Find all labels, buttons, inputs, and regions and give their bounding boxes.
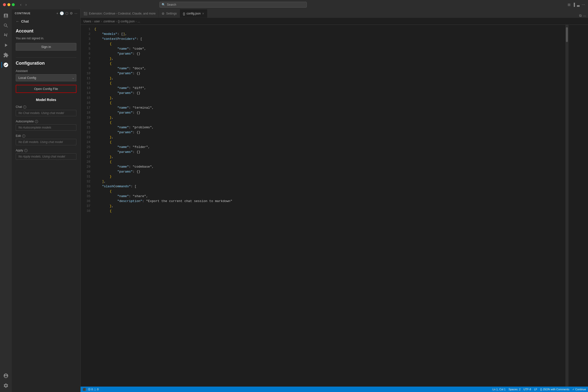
add-icon[interactable]: + (56, 11, 58, 15)
more-icon[interactable]: ⋯ (582, 3, 585, 7)
breadcrumb-config[interactable]: {} config.json (118, 20, 135, 23)
breadcrumb-sep-3: › (116, 20, 117, 23)
tab-bar-actions: ⧉ ··· (577, 14, 588, 18)
line-number: 16 (81, 100, 90, 106)
code-line: { (94, 81, 566, 86)
sign-in-button[interactable]: Sign in (16, 43, 76, 51)
apply-info-icon[interactable]: i (24, 149, 27, 152)
code-content[interactable]: { "models": [], "contextProviders": [ { … (92, 25, 566, 386)
edit-info-icon[interactable]: i (22, 134, 25, 138)
chat-input[interactable] (16, 110, 76, 116)
sidebar-toggle-icon[interactable]: ▐ (573, 3, 575, 7)
scrollbar-thumb[interactable] (566, 27, 568, 42)
edit-label: Edit (16, 134, 21, 138)
search-bar[interactable]: 🔍 Search (159, 2, 307, 8)
status-line-ending[interactable]: LF (534, 388, 537, 391)
status-errors[interactable]: ⓪ 0 △ 0 (88, 388, 98, 391)
line-number: 24 (81, 140, 90, 145)
layout-icon[interactable]: ⊞ (568, 3, 571, 7)
activity-explorer[interactable] (1, 11, 10, 20)
line-number: 11 (81, 76, 90, 81)
autocomplete-input[interactable] (16, 124, 76, 131)
assistant-select[interactable]: Local Config (16, 74, 76, 81)
activity-settings[interactable] (1, 381, 10, 390)
sidebar-content: ← Chat Account You are not signed in. Si… (12, 17, 80, 392)
line-number: 31 (81, 174, 90, 179)
edit-input[interactable] (16, 139, 76, 145)
line-number: 37 (81, 204, 90, 209)
line-number: 29 (81, 164, 90, 169)
apply-label-row: Apply i (16, 149, 76, 152)
status-position[interactable]: Ln 1, Col 1 (492, 388, 506, 391)
close-button[interactable] (3, 3, 6, 6)
main-layout: CONTINUE + 🕐 ⬡ ⚙ ··· ← Chat Account You … (0, 9, 588, 392)
code-line: "contextProviders": [ (94, 36, 566, 42)
tab-extension[interactable]: ⬛ Extension: Continue - Codestral, Claud… (81, 9, 159, 18)
code-line: }, (94, 76, 566, 81)
breadcrumb-users[interactable]: Users (83, 20, 91, 23)
open-external-icon[interactable]: ⬡ (65, 11, 68, 15)
line-number: 14 (81, 91, 90, 96)
code-editor[interactable]: 1234567891011121314151617181920212223242… (81, 25, 588, 386)
activity-continue[interactable] (1, 60, 10, 69)
code-line: { (94, 100, 566, 106)
breadcrumb-user[interactable]: user (94, 20, 100, 23)
split-editor-icon[interactable]: ⧉ (579, 14, 582, 18)
apply-input[interactable] (16, 153, 76, 160)
activity-source-control[interactable] (1, 31, 10, 40)
line-number: 26 (81, 150, 90, 154)
activity-account[interactable] (1, 371, 10, 380)
code-line: "name": "share", (94, 194, 566, 199)
line-number: 9 (81, 66, 90, 71)
more-options-icon[interactable]: ··· (74, 11, 77, 15)
tab-bar: ⬛ Extension: Continue - Codestral, Claud… (81, 9, 588, 18)
more-tab-actions-icon[interactable]: ··· (583, 14, 586, 18)
line-number: 32 (81, 179, 90, 184)
tab-config-icon: {} (183, 12, 185, 16)
breadcrumb-continue[interactable]: .continue (103, 20, 115, 23)
line-number: 30 (81, 169, 90, 174)
history-icon[interactable]: 🕐 (60, 11, 64, 15)
status-language[interactable]: {} JSON with Comments (540, 388, 569, 391)
activity-extensions[interactable] (1, 51, 10, 60)
status-continue-icon[interactable]: ⬛ (82, 388, 86, 391)
forward-nav-button[interactable]: › (24, 2, 28, 7)
open-config-file-button[interactable]: Open Config File (16, 85, 76, 93)
chat-info-icon[interactable]: i (23, 106, 26, 109)
back-nav-button[interactable]: ‹ (19, 2, 23, 7)
gear-icon[interactable]: ⚙ (70, 11, 73, 15)
minimize-button[interactable] (7, 3, 10, 6)
account-title: Account (16, 28, 76, 34)
tab-settings[interactable]: ⚙ Settings (159, 9, 180, 18)
code-line: "params": {} (94, 71, 566, 76)
line-number: 27 (81, 154, 90, 160)
status-continue[interactable]: ✓ Continue (572, 388, 586, 391)
code-line: "name": "code", (94, 46, 566, 51)
line-number: 21 (81, 125, 90, 130)
breadcrumb: Users › user › .continue › {} config.jso… (81, 18, 588, 25)
code-line: { (94, 189, 566, 194)
status-encoding[interactable]: UTF-8 (523, 388, 531, 391)
search-icon: 🔍 (162, 3, 165, 6)
activity-run[interactable] (1, 41, 10, 50)
autocomplete-info-icon[interactable]: i (35, 120, 38, 123)
sidebar-header: CONTINUE + 🕐 ⬡ ⚙ ··· (12, 9, 80, 17)
apply-label: Apply (16, 149, 23, 152)
model-roles-title: Model Roles (16, 98, 76, 102)
scrollbar-track[interactable] (566, 25, 568, 386)
line-number: 7 (81, 56, 90, 61)
panel-toggle-icon[interactable]: ▃ (577, 3, 580, 7)
chat-field: Chat i (16, 105, 76, 116)
maximize-button[interactable] (12, 3, 15, 6)
activity-search[interactable] (1, 21, 10, 30)
line-number: 1 (81, 27, 90, 32)
code-line: "params": {} (94, 51, 566, 56)
titlebar-right: ⊞ ▐ ▃ ⋯ (568, 3, 585, 7)
breadcrumb-ellipsis[interactable]: ... (138, 20, 140, 23)
code-line: "params": {} (94, 169, 566, 174)
tab-config-close[interactable]: × (202, 12, 204, 16)
back-link[interactable]: ← Chat (16, 19, 76, 24)
tab-config[interactable]: {} config.json × (180, 9, 207, 18)
code-line: }, (94, 154, 566, 160)
status-spaces[interactable]: Spaces: 2 (508, 388, 521, 391)
